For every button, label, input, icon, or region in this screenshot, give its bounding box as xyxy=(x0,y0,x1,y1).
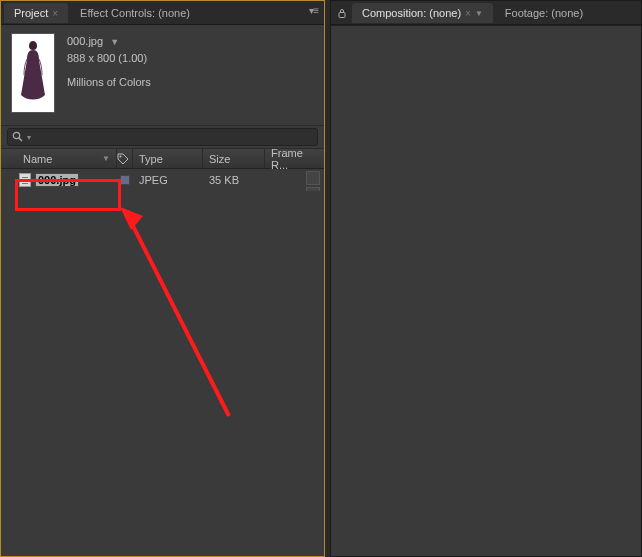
tab-label: Project xyxy=(14,7,48,19)
column-name-label: Name xyxy=(23,153,52,165)
search-input[interactable]: ▾ xyxy=(7,128,318,146)
column-type-label: Type xyxy=(139,153,163,165)
column-type[interactable]: Type xyxy=(133,149,203,168)
tab-project[interactable]: Project × xyxy=(4,3,68,23)
tab-effect-controls[interactable]: Effect Controls: (none) xyxy=(70,3,200,23)
file-size: 35 KB xyxy=(203,174,265,186)
asset-dimensions: 888 x 800 (1.00) xyxy=(67,50,151,66)
svg-line-2 xyxy=(19,138,22,141)
tab-footage[interactable]: Footage: (none) xyxy=(495,3,593,23)
column-label[interactable] xyxy=(117,149,133,168)
tab-composition[interactable]: Composition: (none) × ▼ xyxy=(352,3,493,23)
composition-viewer[interactable] xyxy=(331,25,641,556)
flowchart-icon[interactable] xyxy=(306,187,320,191)
tab-label: Composition: (none) xyxy=(362,7,461,19)
project-list[interactable]: 000.jpg JPEG 35 KB xyxy=(1,169,324,191)
asset-info: 000.jpg ▼ 888 x 800 (1.00) Millions of C… xyxy=(1,25,324,125)
tab-label: Footage: (none) xyxy=(505,7,583,19)
column-frame-rate[interactable]: Frame R... xyxy=(265,149,324,168)
panel-menu-icon[interactable]: ▾≡ xyxy=(309,5,318,16)
sort-icon: ▼ xyxy=(102,154,110,163)
asset-color-depth: Millions of Colors xyxy=(67,74,151,90)
interpret-icon[interactable] xyxy=(306,171,320,185)
search-icon xyxy=(12,131,23,144)
list-utility-icons xyxy=(306,169,322,191)
svg-point-3 xyxy=(120,155,122,157)
table-row[interactable]: 000.jpg JPEG 35 KB xyxy=(1,169,324,191)
svg-line-4 xyxy=(127,214,229,416)
annotation-arrow xyxy=(119,206,239,426)
file-name[interactable]: 000.jpg xyxy=(35,173,79,187)
project-columns: Name ▼ Type Size Frame R... xyxy=(1,149,324,169)
lock-icon[interactable] xyxy=(336,7,348,19)
asset-dropdown-icon[interactable]: ▼ xyxy=(110,37,119,47)
asset-name: 000.jpg xyxy=(67,33,103,49)
label-color[interactable] xyxy=(120,175,130,185)
close-icon[interactable]: × xyxy=(52,8,58,19)
column-expand[interactable] xyxy=(1,149,17,168)
tag-icon xyxy=(117,153,129,165)
project-panel-tabbar: Project × Effect Controls: (none) ▾≡ xyxy=(1,1,324,25)
close-icon[interactable]: × xyxy=(465,8,471,19)
chevron-down-icon: ▾ xyxy=(27,133,31,142)
column-name[interactable]: Name ▼ xyxy=(17,149,117,168)
tab-label: Effect Controls: (none) xyxy=(80,7,190,19)
column-size-label: Size xyxy=(209,153,230,165)
composition-panel-tabbar: Composition: (none) × ▼ Footage: (none) xyxy=(331,1,641,25)
svg-rect-6 xyxy=(339,12,345,17)
file-icon xyxy=(19,173,31,187)
svg-point-1 xyxy=(13,132,19,138)
search-row: ▾ xyxy=(1,125,324,149)
file-type: JPEG xyxy=(133,174,203,186)
chevron-down-icon[interactable]: ▼ xyxy=(475,9,483,18)
column-frame-label: Frame R... xyxy=(271,147,318,171)
column-size[interactable]: Size xyxy=(203,149,265,168)
svg-marker-5 xyxy=(120,207,143,230)
asset-thumbnail[interactable] xyxy=(11,33,55,113)
